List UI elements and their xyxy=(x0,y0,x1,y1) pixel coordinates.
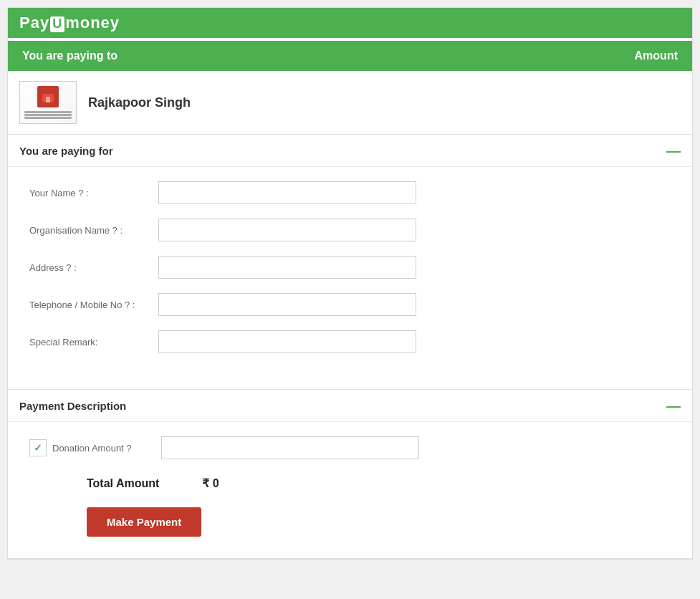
donation-checkbox[interactable]: ✓ xyxy=(29,439,47,456)
payment-description-section: Payment Description — ✓ Donation Amount … xyxy=(8,390,692,559)
telephone-input[interactable] xyxy=(158,293,416,316)
paying-for-toggle[interactable]: — xyxy=(666,143,681,158)
special-remark-input[interactable] xyxy=(158,330,416,353)
total-amount-label: Total Amount xyxy=(87,477,159,490)
paying-to-bar: You are paying to Amount xyxy=(8,41,692,71)
org-name-input[interactable] xyxy=(158,219,416,241)
payment-desc-title: Payment Description xyxy=(19,400,126,412)
telephone-label: Telephone / Mobile No ? : xyxy=(29,300,158,310)
address-label: Address ? : xyxy=(29,262,158,273)
svg-rect-2 xyxy=(46,97,50,102)
address-input[interactable] xyxy=(158,256,416,279)
merchant-logo xyxy=(19,81,77,124)
paying-for-form: Your Name ? : Organisation Name ? : Addr… xyxy=(8,167,692,389)
form-row-address: Address ? : xyxy=(29,256,671,279)
merchant-logo-icon xyxy=(37,86,59,107)
payment-desc-toggle[interactable]: — xyxy=(666,398,681,413)
svg-marker-1 xyxy=(42,90,54,94)
payment-desc-section-header: Payment Description — xyxy=(8,390,692,422)
merchant-row: Rajkapoor Singh xyxy=(8,71,692,135)
paying-for-section: You are paying for — Your Name ? : Organ… xyxy=(8,135,692,390)
form-row-org: Organisation Name ? : xyxy=(29,219,671,241)
merchant-name: Rajkapoor Singh xyxy=(88,95,191,110)
logo-bar: PayUmoney xyxy=(8,8,692,38)
logo-money-text: money xyxy=(65,14,120,32)
paying-for-section-header: You are paying for — xyxy=(8,135,692,167)
your-name-label: Your Name ? : xyxy=(29,188,158,198)
form-row-telephone: Telephone / Mobile No ? : xyxy=(29,293,671,316)
logo-line-3 xyxy=(24,117,72,119)
institute-icon xyxy=(41,90,55,104)
logo-text-lines xyxy=(23,110,73,120)
checkbox-check-icon: ✓ xyxy=(34,442,42,454)
logo-line-1 xyxy=(24,111,72,113)
form-row-name: Your Name ? : xyxy=(29,181,671,204)
amount-label: Amount xyxy=(635,49,678,62)
org-name-label: Organisation Name ? : xyxy=(29,225,158,236)
logo-u-text: U xyxy=(50,16,64,32)
payment-desc-form: ✓ Donation Amount ? Total Amount ₹ 0 Mak… xyxy=(8,422,692,558)
logo-line-2 xyxy=(24,114,72,116)
donation-row: ✓ Donation Amount ? xyxy=(29,436,671,459)
paying-for-title: You are paying for xyxy=(19,145,113,157)
merchant-logo-inner xyxy=(23,85,73,120)
your-name-input[interactable] xyxy=(158,181,416,204)
form-row-remark: Special Remark: xyxy=(29,330,671,353)
logo-pay-text: Pay xyxy=(19,14,49,32)
donation-amount-input[interactable] xyxy=(161,436,419,459)
total-amount-value: ₹ 0 xyxy=(202,476,219,490)
special-remark-label: Special Remark: xyxy=(29,337,158,348)
make-payment-button[interactable]: Make Payment xyxy=(87,507,201,537)
page-container: PayUmoney You are paying to Amount xyxy=(7,7,693,560)
total-row: Total Amount ₹ 0 xyxy=(87,476,671,490)
paying-to-label: You are paying to xyxy=(22,49,118,62)
donation-amount-label: Donation Amount ? xyxy=(52,443,153,454)
logo: PayUmoney xyxy=(19,14,120,32)
